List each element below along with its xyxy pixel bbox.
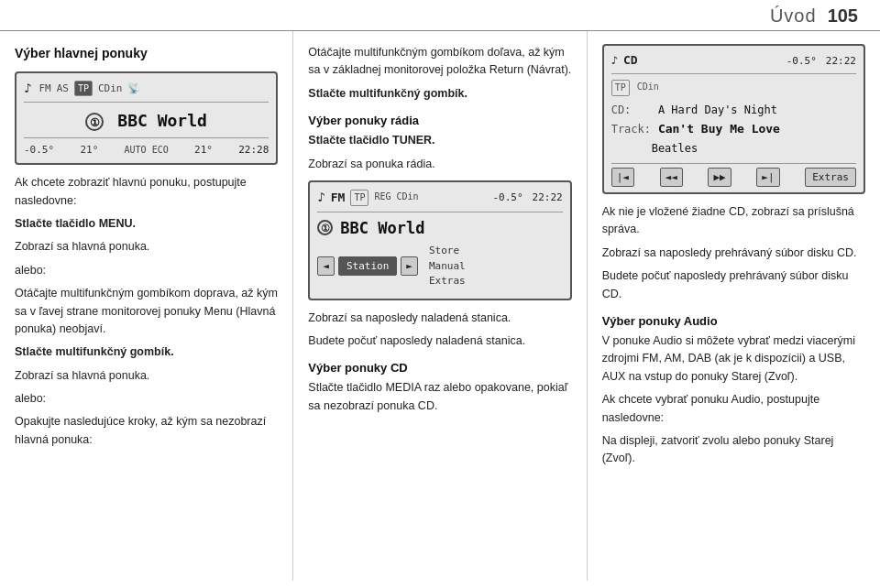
cd-artist: Beatles <box>652 140 856 158</box>
cd-top-left: ♪ CD <box>611 51 638 70</box>
fm-tag-cdin: CDin <box>397 190 419 206</box>
cd-info-track: Track: Can't Buy Me Love <box>611 120 856 138</box>
radio-bottom-bar: -0.5° 21° AUTO ECO 21° 22:28 <box>24 137 269 158</box>
cd-btn-prev-prev[interactable]: |◄ <box>611 168 634 187</box>
cd-top-right: -0.5° 22:22 <box>786 53 856 69</box>
col3-para5: Ak chcete vybrať ponuku Audio, postupujt… <box>602 391 865 427</box>
temp-mid: 21° <box>80 142 98 158</box>
column-1: Výber hlavnej ponuky ♪ FM AS TP CDin 📡 ①… <box>0 31 293 581</box>
cd-label: CD <box>623 51 638 70</box>
fm-label: FM <box>331 189 346 207</box>
col1-para4: alebo: <box>15 262 278 279</box>
column-2: Otáčajte multifunkčným gombíkom doľava, … <box>293 31 587 581</box>
col2-para3: Stlačte tlačidlo TUNER. <box>308 132 571 149</box>
col2-para4: Zobrazí sa ponuka rádia. <box>308 156 571 173</box>
cd-btn-extras[interactable]: Extras <box>805 168 856 187</box>
cd-tag-tp: TP <box>611 80 630 96</box>
fm-next-button[interactable]: ► <box>401 256 418 276</box>
col1-para7: Zobrazí sa hlavná ponuka. <box>15 367 278 385</box>
col2-para6: Budete počuť naposledy naladená stanica. <box>308 332 571 350</box>
col3-para4: V ponuke Audio si môžete vybrať medzi vi… <box>602 332 865 386</box>
tag-fm: FM <box>38 81 50 97</box>
fm-display: ♪ FM TP REG CDin -0.5° 22:22 ① BBC World… <box>308 180 571 300</box>
page-header: Úvod 105 <box>0 0 880 31</box>
col1-para9: Opakujte nasledujúce kroky, až kým sa ne… <box>15 413 278 449</box>
station-name: BBC World <box>117 111 207 130</box>
main-content: Výber hlavnej ponuky ♪ FM AS TP CDin 📡 ①… <box>0 31 880 581</box>
radio-display: ♪ FM AS TP CDin 📡 ① BBC World -0.5° 21° … <box>15 71 278 166</box>
radio-top-bar: ♪ FM AS TP CDin 📡 <box>24 79 269 103</box>
radio-time: 22:28 <box>238 142 269 158</box>
cd-btn-next-next[interactable]: ►| <box>756 168 779 187</box>
fm-music-icon: ♪ <box>317 188 324 208</box>
fm-station-button[interactable]: Station <box>338 256 397 276</box>
col2-para7: Stlačte tlačidlo MEDIA raz alebo opakova… <box>308 379 571 415</box>
tag-as: AS <box>57 81 69 97</box>
cd-playback-controls: |◄ ◄◄ ▶▶ ►| Extras <box>611 163 856 187</box>
fm-station-name: BBC World <box>340 216 424 240</box>
fm-time: 22:22 <box>533 190 563 205</box>
page-number: 105 <box>828 5 858 27</box>
fm-temp: -0.5° <box>492 190 522 205</box>
tag-signal: 📡 <box>127 81 140 97</box>
cd-info-cd: CD: A Hard Day's Night <box>611 102 856 119</box>
cd-top-bar: ♪ CD -0.5° 22:22 <box>611 51 856 74</box>
fm-station-num: ① <box>317 220 333 235</box>
col2-para1: Otáčajte multifunkčným gombíkom doľava, … <box>308 44 571 80</box>
auto-eco: AUTO ECO <box>125 143 169 158</box>
station-display: ① BBC World <box>24 108 269 134</box>
fm-tag-reg: REG <box>374 190 390 206</box>
cd-music-icon: ♪ <box>611 52 618 70</box>
fm-controls-row: ◄ Station ► Store Manual Extras <box>317 244 562 289</box>
col3-para1: Ak nie je vložené žiadne CD, zobrazí sa … <box>602 203 865 239</box>
fm-menu-extras[interactable]: Extras <box>429 274 466 289</box>
col2-subheading2: Výber ponuky CD <box>308 359 571 377</box>
cd-display: ♪ CD -0.5° 22:22 TP CDin CD: A Hard Day'… <box>602 44 865 194</box>
fm-prev-button[interactable]: ◄ <box>317 256 335 276</box>
tag-cdin: CDin <box>98 81 123 97</box>
fm-menu-store[interactable]: Store <box>429 244 466 259</box>
tag-tp: TP <box>74 81 93 97</box>
cd-track-label: Track: <box>611 121 652 138</box>
col1-para8: alebo: <box>15 390 278 408</box>
col1-para1: Ak chcete zobraziť hlavnú ponuku, postup… <box>15 174 278 210</box>
cd-time: 22:22 <box>826 53 856 69</box>
station-number: ① <box>85 113 104 131</box>
cd-btn-rw[interactable]: ◄◄ <box>660 168 683 187</box>
fm-station-row: ① BBC World <box>317 216 562 240</box>
col1-para2: Stlačte tlačidlo MENU. <box>15 215 278 233</box>
col3-subheading1: Výber ponuky Audio <box>602 312 865 331</box>
cd-tag-cdin: CDin <box>637 80 659 96</box>
col3-para2: Zobrazí sa naposledy prehrávaný súbor di… <box>602 245 865 262</box>
fm-menu: Store Manual Extras <box>429 244 466 289</box>
cd-temp: -0.5° <box>786 53 817 69</box>
col1-para6: Stlačte multifunkčný gombík. <box>15 343 278 361</box>
col2-para5: Zobrazí sa naposledy naladená stanica. <box>308 310 571 327</box>
cd-disc-value: A Hard Day's Night <box>658 103 777 116</box>
col3-para3: Budete počuť naposledy prehrávaný súbor … <box>602 267 865 303</box>
music-icon: ♪ <box>24 79 31 99</box>
page-title: Úvod <box>770 5 817 27</box>
temp-right: 21° <box>194 142 213 158</box>
col1-para5: Otáčajte multifunkčným gombíkom doprava,… <box>15 285 278 338</box>
temp-left: -0.5° <box>24 142 54 158</box>
cd-track-value: Can't Buy Me Love <box>658 122 780 136</box>
col1-heading: Výber hlavnej ponuky <box>15 44 278 64</box>
fm-menu-manual[interactable]: Manual <box>429 259 466 275</box>
col1-para3: Zobrazí sa hlavná ponuka. <box>15 238 278 256</box>
cd-tags-row: TP CDin <box>611 80 856 96</box>
fm-top-bar: ♪ FM TP REG CDin -0.5° 22:22 <box>317 188 562 212</box>
col2-para2: Stlačte multifunkčný gombík. <box>308 85 571 103</box>
column-3: ♪ CD -0.5° 22:22 TP CDin CD: A Hard Day'… <box>588 31 880 581</box>
cd-btn-ff[interactable]: ▶▶ <box>708 168 731 187</box>
col2-subheading1: Výber ponuky rádia <box>308 112 571 130</box>
fm-tag-tp: TP <box>350 190 368 206</box>
fm-tags: TP REG CDin <box>350 190 487 206</box>
radio-tags: FM AS TP CDin 📡 <box>38 81 269 97</box>
col3-para6: Na displeji, zatvoriť zvolu alebo ponuky… <box>602 432 865 468</box>
cd-disc-label: CD: <box>611 102 652 119</box>
